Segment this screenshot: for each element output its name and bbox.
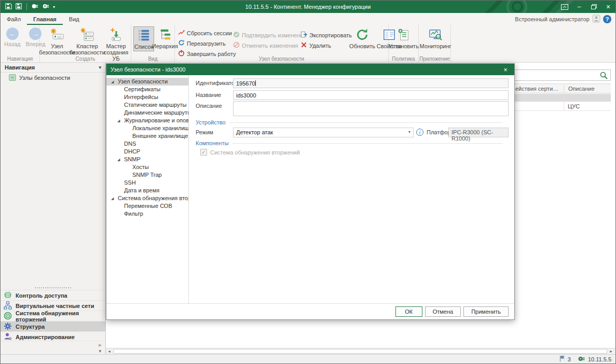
save-all-icon[interactable]: [15, 3, 22, 11]
nav-ids[interactable]: Система обнаружения вторжений: [1, 311, 105, 321]
export-button[interactable]: Экспортировать: [299, 31, 348, 39]
tab-view[interactable]: Вид: [63, 14, 86, 25]
tab-file[interactable]: Файл: [1, 14, 27, 25]
tree-item[interactable]: Переменные СОВ: [106, 202, 188, 210]
scroll-right-icon[interactable]: ►: [608, 348, 614, 354]
security-cluster-icon: [80, 27, 94, 42]
horizontal-scrollbar[interactable]: ◄ ►: [106, 348, 615, 354]
mode-label: Режим: [196, 129, 213, 135]
flag-count: 3: [568, 356, 571, 362]
ids-checkbox-row: ✓ Система обнаружения вторжений: [200, 149, 300, 156]
security-nodes-icon: [9, 74, 16, 82]
tree-item[interactable]: Внешнее хранилище: [106, 132, 188, 140]
back-button[interactable]: ← Назад: [3, 26, 22, 48]
tree-item[interactable]: SSH: [106, 179, 188, 187]
tree-item[interactable]: DHCP: [106, 148, 188, 156]
cancel-button[interactable]: Отмена: [425, 306, 461, 317]
tree-item[interactable]: DNS: [106, 140, 188, 148]
nav-administration[interactable]: Администрирование: [1, 331, 105, 342]
confirm-changes-button[interactable]: Подтвердить изменения: [232, 31, 297, 39]
scrollbar-thumb[interactable]: [113, 349, 607, 354]
install-button[interactable]: Установить: [391, 26, 417, 50]
connection-icon: [578, 356, 585, 363]
sidebar-item-security-nodes[interactable]: Узлы безопасности: [1, 73, 105, 83]
view-hierarchy-button[interactable]: Иерархия: [154, 26, 176, 50]
column-description[interactable]: Описание: [564, 86, 595, 93]
tree-item[interactable]: Локальное хранилище: [106, 124, 188, 132]
tree-item[interactable]: Динамические маршруты: [106, 109, 188, 117]
back-icon: ←: [6, 27, 19, 40]
reboot-icon: [178, 39, 185, 47]
disconnect-icon[interactable]: [42, 3, 50, 10]
security-node-icon: [50, 27, 64, 42]
reboot-button[interactable]: Перезагрузить: [177, 39, 230, 48]
toolbar-dropdown-icon[interactable]: ▾: [53, 5, 55, 9]
globe-icon: [4, 291, 12, 300]
title-bar: ▾ 10.11.5.5 - Континент. Менеджер конфиг…: [1, 1, 615, 13]
nav-structure[interactable]: Структура: [1, 321, 105, 331]
dialog-tree: ◢Узел безопасности Сертификаты Интерфейс…: [106, 75, 189, 303]
tree-item[interactable]: Фильтр: [106, 210, 188, 218]
view-list-button[interactable]: Список: [133, 26, 154, 51]
create-cluster-button[interactable]: Кластер безопасности: [72, 26, 102, 57]
maximize-button[interactable]: [586, 1, 601, 13]
id-field[interactable]: 195670: [233, 78, 509, 88]
dialog-close-icon[interactable]: ×: [501, 66, 510, 74]
tree-item[interactable]: Статические маршруты: [106, 101, 188, 109]
tree-item[interactable]: SNMP Trap: [106, 171, 188, 179]
expander-icon[interactable]: ◢: [117, 117, 120, 124]
monitoring-button[interactable]: Мониторинг: [421, 26, 450, 50]
tree-item[interactable]: ◢Система обнаружения вторже...: [106, 194, 188, 202]
tree-item[interactable]: Интерфейсы: [106, 93, 188, 101]
device-section-header: Устройство: [196, 119, 503, 125]
components-section-header: Компоненты: [196, 140, 503, 146]
tree-item[interactable]: ◢Узел безопасности: [106, 78, 188, 86]
expander-icon[interactable]: ◢: [117, 156, 120, 163]
tree-item[interactable]: ◢SNMP: [106, 156, 188, 163]
display-switch-icon[interactable]: [557, 1, 572, 13]
ribbon-group-security-node: Сбросить сессии Перезагрузить Завершить …: [175, 25, 389, 62]
platform-field: IPC-R3000 (SC-R1000): [448, 128, 509, 137]
ids-checkbox[interactable]: ✓: [200, 149, 207, 156]
connect-icon[interactable]: [31, 3, 39, 10]
tree-item[interactable]: Дата и время: [106, 187, 188, 194]
panel-menu-icon[interactable]: ▾: [99, 65, 101, 70]
delete-button[interactable]: Удалить: [299, 41, 348, 50]
save-icon[interactable]: [5, 3, 12, 11]
apply-button[interactable]: Применить: [463, 306, 509, 317]
configure-buttons-icon[interactable]: ▾: [99, 348, 101, 354]
nav-vpn[interactable]: Виртуальные частные сети: [1, 300, 105, 311]
expander-icon[interactable]: ◢: [111, 194, 114, 202]
reset-sessions-button[interactable]: Сбросить сессии: [177, 29, 230, 37]
user-icon[interactable]: [592, 15, 600, 24]
tab-home[interactable]: Главная: [27, 14, 63, 25]
tree-item[interactable]: Сертификаты: [106, 86, 188, 93]
dialog-titlebar: Узел безопасности - ids3000 ×: [106, 64, 514, 75]
column-cert-validity[interactable]: ействия сертифика...: [515, 86, 562, 92]
description-field[interactable]: [233, 101, 509, 116]
close-button[interactable]: ×: [601, 1, 615, 13]
tree-item[interactable]: Хосты: [106, 163, 188, 171]
name-field[interactable]: ids3000: [233, 90, 509, 100]
mode-dropdown[interactable]: Детектор атак ▾: [233, 128, 414, 137]
search-icon[interactable]: [599, 71, 608, 81]
ok-button[interactable]: ОК: [395, 306, 422, 317]
install-icon: [398, 27, 410, 42]
group-label: Приложение: [419, 56, 450, 62]
sidebar-splitter[interactable]: [1, 286, 105, 290]
more-modules-icon[interactable]: »: [98, 342, 101, 348]
flag-icon: [559, 355, 565, 363]
create-node-button[interactable]: Узел безопасности: [42, 26, 72, 57]
info-icon[interactable]: i: [416, 129, 423, 136]
ribbon-group-view: Список Иерархия Вид: [131, 25, 175, 62]
cancel-changes-icon: [233, 41, 240, 49]
minimize-button[interactable]: –: [572, 1, 586, 13]
group-label: Навигация: [1, 56, 39, 62]
tree-item[interactable]: ◢Журналирование и опове...: [106, 117, 188, 124]
scroll-left-icon[interactable]: ◄: [106, 348, 113, 354]
cancel-changes-button[interactable]: Отменить изменения: [232, 41, 297, 50]
refresh-button[interactable]: Обновить: [350, 26, 374, 50]
help-icon[interactable]: ?: [603, 15, 611, 23]
nav-access-control[interactable]: Контроль доступа: [1, 290, 105, 300]
expander-icon[interactable]: ◢: [111, 78, 114, 86]
